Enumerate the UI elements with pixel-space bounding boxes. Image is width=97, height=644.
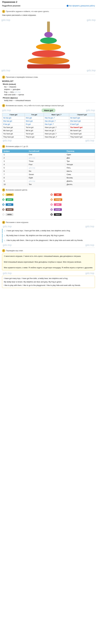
color-tag-brown: brown [6, 208, 14, 211]
watermark-14: gdz.top [85, 272, 94, 275]
table-row-he: He has got He's got Has he got..? He has… [2, 116, 95, 120]
cell-theyve-got: They've got [25, 136, 44, 138]
divider-2 [2, 102, 95, 103]
have-got-row: gdz.top Have got gdz.top [0, 108, 97, 113]
step-4-num: 4 [2, 145, 5, 148]
num-cell: 10 [2, 183, 27, 186]
answer-en-text-3: I like to play with them. I like to go t… [6, 239, 83, 241]
color-tag-orange: orange [54, 198, 62, 201]
color-entry-pink: ✿ pink [50, 203, 95, 206]
cell-has-it-got: Has it got..? [44, 123, 69, 126]
color-splatter-yellow: ✿ [2, 193, 5, 196]
have-got-table: I have got I've got Have I got..? I have… [2, 113, 95, 138]
color-pair-row: ✿ blue ✿ pink [2, 203, 95, 206]
table-row-you2: You have got You've got Have you got..? … [2, 132, 95, 136]
table-row-we: We have got We've got Have we got..? We … [2, 129, 95, 132]
color-entry-white: ✿ white [2, 213, 47, 216]
final-answer-box: I have got many toys. I have got five do… [2, 276, 95, 288]
col-perevod: Перевод [65, 149, 95, 153]
table-row: 8 Eight Восемь [2, 176, 95, 180]
table-row: 7 Seven Семь [2, 173, 95, 176]
watermark-1: gdz.top [2, 19, 10, 22]
step-6-num: 6 [2, 221, 5, 224]
color-tag-white: white [6, 213, 13, 216]
word-item-dolphin: dolphin — дельфин [0, 88, 97, 91]
ru-cell: Шесть [65, 170, 95, 173]
color-entry-red: ✿ red [50, 193, 95, 196]
pyramid-base [27, 64, 70, 68]
step-1-instruction: Прочитайте задание и поймите, что нам ну… [6, 10, 49, 12]
col-cifra: Цифра [2, 149, 27, 153]
pyramid-row-3 [40, 38, 57, 44]
step-1-header: 1 Прочитайте задание и поймите, что нам … [0, 10, 97, 14]
cell-she-hasnt-got: She hasn't got [69, 120, 95, 123]
table-row-you1: You have got You've got Have you got..? … [2, 126, 95, 129]
cell-we-havent-got: We haven't got [69, 129, 95, 132]
en-cell: Six [27, 170, 65, 173]
col-header-4: I haven't got [69, 113, 95, 116]
table-row-it: It has got It's got Has it got..? It has… [2, 123, 95, 126]
step-4-header: 4 Вспомним цифры от 1 до 10. [0, 144, 97, 148]
step-2-num: 2 [2, 76, 5, 79]
color-splatter-black: ✿ [50, 213, 53, 216]
color-entry-purple: ✿ purple [50, 208, 95, 211]
color-splatter-purple: ✿ [50, 208, 53, 211]
ru-cell: Два [65, 156, 95, 160]
num-cell: 8 [2, 176, 27, 180]
watermark-4: gdz.top [87, 69, 95, 72]
pyramid-image: gdz.top gdz.top gdz.top gdz.top [0, 17, 97, 73]
table-row-she: She has got She's got Has she got..? She… [2, 120, 95, 123]
step-7-num: 7 [2, 249, 5, 252]
col-header-3: Have I got..? [44, 113, 69, 116]
numbers-header-row: Цифра Английский Перевод [2, 149, 95, 153]
cell-you2ve-got: You've got [25, 132, 44, 136]
step-7-header: 7 Переведём наш ответ. [0, 249, 97, 253]
pyramid-piece-1 [44, 32, 53, 38]
watermark-10: gdz.top [85, 225, 94, 228]
step-6-header: 6 Расскажем о своих игрушках. [0, 220, 97, 224]
table-row: 3 Three Три [2, 160, 95, 163]
word-item-frog-row: frog — лягу gdz.top [0, 91, 97, 93]
numbers-table: Цифра Английский Перевод 1 One Один 2 gd… [2, 149, 95, 186]
ru-cell: Девять [65, 180, 95, 183]
table-row: 1 One Один [2, 153, 95, 156]
cell-youve-got: You've got [25, 126, 44, 129]
homework-link[interactable]: 🔵 Как оформить домашнюю работу [66, 5, 95, 7]
divider-5 [2, 219, 95, 220]
pyramid-row-4 [36, 44, 61, 50]
pyramid-row-6 [28, 57, 69, 64]
cell-she-got: She has got [2, 120, 25, 123]
color-entry-brown: ✿ brown [2, 208, 47, 211]
color-pair-row: ✿ white ✿ black [2, 213, 95, 216]
pyramid-piece-2 [40, 38, 57, 44]
en-cell: One [27, 153, 65, 156]
table-row-they: They have got They've got Have they got.… [2, 136, 95, 138]
final-answer-1: I have got many toys. I have got five do… [4, 277, 93, 280]
step-3-num: 3 [2, 104, 5, 107]
colors-section: ✿ yellow ✿ red ✿ green ✿ orange ✿ blue [0, 192, 97, 218]
table-row: 9 gdz.top Девять [2, 180, 95, 183]
watermark-row-6a: gdz.top gdz.top [0, 271, 97, 275]
pyramid-piece-5 [28, 57, 69, 64]
en-cell: gdz.top [27, 156, 65, 160]
words-new-title: Words (новые) [0, 82, 97, 86]
num-cell: 7 [2, 173, 27, 176]
ru-cell: Четыре [65, 163, 95, 166]
color-tag-black: black [54, 213, 61, 216]
table-header-row: I have got I've got Have I got..? I have… [2, 113, 95, 116]
cell-he-got: He has got [2, 116, 25, 120]
wordlist-title: WORDLIST [0, 79, 97, 82]
table-row: 2 gdz.top Два [2, 156, 95, 160]
cell-have-you-got: Have you got..? [44, 126, 69, 129]
color-tag-yellow: yellow [6, 194, 14, 196]
word-item-hideseek: hide-and-seek — прятки [0, 93, 97, 96]
color-pair-row: ✿ yellow ✿ red [2, 193, 95, 196]
ru-cell: Три [65, 160, 95, 163]
final-answer-3: I like to play with them. I like to go t… [4, 284, 93, 287]
pyramid-row-2 [44, 32, 53, 38]
step-5-instruction: Вспомним названия цветов. [6, 189, 28, 191]
cell-we-got: We have got [2, 129, 25, 132]
color-tag-pink: pink [54, 203, 61, 206]
word-item-frog: frog — лягу [4, 91, 14, 93]
cell-have-we-got: Have we got..? [44, 129, 69, 132]
